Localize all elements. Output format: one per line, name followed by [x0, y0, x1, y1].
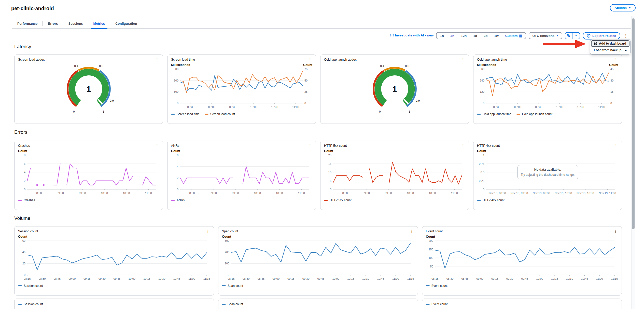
overflow-dropdown-menu: Add to dashboard Load from backup ▶: [590, 39, 631, 55]
actions-label: Actions: [614, 6, 627, 10]
svg-text:08:15: 08:15: [228, 277, 235, 280]
legend-item[interactable]: ANRs: [171, 198, 185, 202]
svg-text:45: 45: [610, 68, 613, 71]
svg-text:11:00: 11:00: [392, 277, 399, 280]
svg-text:08:30: 08:30: [493, 105, 500, 109]
svg-text:75: 75: [304, 68, 307, 71]
svg-text:Nov 19, 08:30: Nov 19, 08:30: [488, 192, 506, 195]
partial-card-event-count: Event count: [422, 299, 622, 309]
svg-text:08:30: 08:30: [446, 277, 454, 280]
time-range-1w[interactable]: 1w: [491, 33, 502, 39]
svg-text:15: 15: [610, 90, 613, 93]
svg-text:1: 1: [409, 110, 410, 113]
svg-text:100: 100: [225, 262, 229, 265]
svg-text:0.9: 0.9: [110, 99, 114, 102]
tab-errors[interactable]: Errors: [43, 19, 63, 29]
chart-legend: Event count: [426, 302, 618, 306]
legend-item[interactable]: HTTP 5xx count: [324, 198, 352, 202]
chart-legend: HTTP 4xx count: [477, 198, 618, 202]
card-menu-icon[interactable]: ⋮: [155, 144, 159, 148]
menu-item-load-from-backup[interactable]: Load from backup ▶: [591, 47, 629, 53]
card-menu-icon[interactable]: ⋮: [614, 144, 618, 148]
svg-text:09:15: 09:15: [491, 277, 498, 280]
partial-card-session-count: Session count: [14, 299, 214, 309]
y-axis-label: Count: [324, 149, 333, 153]
legend-item[interactable]: Span count: [222, 302, 243, 306]
header-divider: [6, 15, 632, 15]
svg-text:4: 4: [24, 171, 25, 174]
chart-card-session-count: Session count ⋮ Count 020406008:1508:300…: [14, 226, 214, 295]
section-title-volume: Volume: [14, 216, 30, 221]
svg-text:1: 1: [393, 85, 397, 94]
svg-text:0: 0: [379, 110, 381, 113]
legend-item[interactable]: Screen load time: [171, 112, 200, 116]
legend-item[interactable]: Cold app launch count: [516, 112, 552, 116]
svg-text:10: 10: [328, 171, 331, 174]
card-menu-icon[interactable]: ⋮: [155, 58, 159, 62]
legend-item[interactable]: Crashes: [18, 198, 35, 202]
svg-text:Nov 19, 09:00: Nov 19, 09:00: [511, 192, 528, 195]
time-range-3h[interactable]: 3h: [447, 33, 458, 39]
svg-text:0: 0: [228, 273, 229, 276]
svg-text:0: 0: [610, 102, 612, 105]
svg-text:08:15: 08:15: [431, 277, 439, 280]
svg-text:Nov 19, 09:30: Nov 19, 09:30: [533, 192, 550, 195]
card-menu-icon[interactable]: ⋮: [613, 229, 618, 233]
legend-swatch: [426, 304, 430, 305]
svg-text:10:30: 10:30: [276, 192, 283, 195]
menu-item-add-to-dashboard[interactable]: Add to dashboard: [591, 40, 629, 47]
actions-button[interactable]: Actions ▼: [610, 4, 636, 11]
chart-legend: ANRs: [171, 198, 312, 202]
card-menu-icon[interactable]: ⋮: [461, 58, 465, 62]
tab-metrics[interactable]: Metrics: [88, 19, 110, 29]
section-divider: [14, 223, 622, 223]
legend-item[interactable]: Session count: [18, 302, 43, 306]
calendar-icon: ▦: [519, 34, 522, 38]
svg-text:09:45: 09:45: [114, 277, 121, 280]
chart-card-http-5xx: HTTP 5xx count ⋮ Count 0510152008:3009:0…: [320, 141, 469, 210]
legend-item[interactable]: Event count: [426, 284, 447, 288]
svg-text:Nov 19, 10:00: Nov 19, 10:00: [555, 192, 572, 195]
overflow-menu-icon[interactable]: ⋮: [623, 33, 629, 38]
legend-item[interactable]: Screen load count: [205, 112, 235, 116]
legend-item[interactable]: HTTP 4xx count: [477, 198, 505, 202]
card-menu-icon[interactable]: ⋮: [206, 229, 210, 233]
card-menu-icon[interactable]: ⋮: [461, 144, 465, 148]
chart-card-cold-app-launch-time: Cold app launch time ⋮ Milliseconds Coun…: [473, 55, 622, 124]
svg-text:10:30: 10:30: [271, 105, 278, 109]
time-range-1d[interactable]: 1d: [470, 33, 480, 39]
tab-performance[interactable]: Performance: [12, 19, 43, 29]
legend-item[interactable]: Cold app launch time: [477, 112, 511, 116]
card-menu-icon[interactable]: ⋮: [308, 144, 312, 148]
svg-text:09:30: 09:30: [535, 105, 542, 109]
tab-sessions[interactable]: Sessions: [63, 19, 88, 29]
legend-item[interactable]: Span count: [222, 284, 243, 288]
svg-text:240: 240: [480, 79, 484, 82]
submenu-caret-icon: ▶: [625, 49, 627, 51]
chart-legend: Cold app launch timeCold app launch coun…: [477, 112, 618, 116]
investigate-with-ai-link[interactable]: i Investigate with AI - new: [390, 33, 434, 38]
svg-text:08:45: 08:45: [258, 277, 265, 280]
scrollbar-thumb[interactable]: [632, 18, 635, 229]
annotation-arrow: [540, 38, 589, 51]
card-menu-icon[interactable]: ⋮: [410, 229, 414, 233]
svg-text:10:00: 10:00: [536, 277, 543, 280]
svg-text:25: 25: [304, 90, 307, 93]
tab-configuration[interactable]: Configuration: [110, 19, 142, 29]
legend-item[interactable]: Session count: [18, 284, 43, 288]
time-range-1h[interactable]: 1h: [437, 33, 447, 39]
card-menu-icon[interactable]: ⋮: [308, 58, 312, 62]
legend-swatch: [18, 304, 22, 305]
time-range-12h[interactable]: 12h: [458, 33, 470, 39]
chart-legend: Session count: [18, 302, 210, 306]
svg-text:40: 40: [22, 251, 25, 254]
time-range-custom[interactable]: Custom▦: [502, 33, 526, 39]
card-menu-icon[interactable]: ⋮: [614, 58, 618, 62]
legend-item[interactable]: Event count: [426, 302, 447, 306]
svg-text:0.6: 0.6: [405, 64, 409, 68]
svg-text:09:30: 09:30: [506, 277, 513, 280]
svg-text:30: 30: [610, 79, 613, 82]
dashboard-toolbar: i Investigate with AI - new 1h3h12h1d3d1…: [390, 32, 629, 39]
time-range-3d[interactable]: 3d: [480, 33, 491, 39]
card-title: Screen load apdex: [18, 58, 45, 61]
